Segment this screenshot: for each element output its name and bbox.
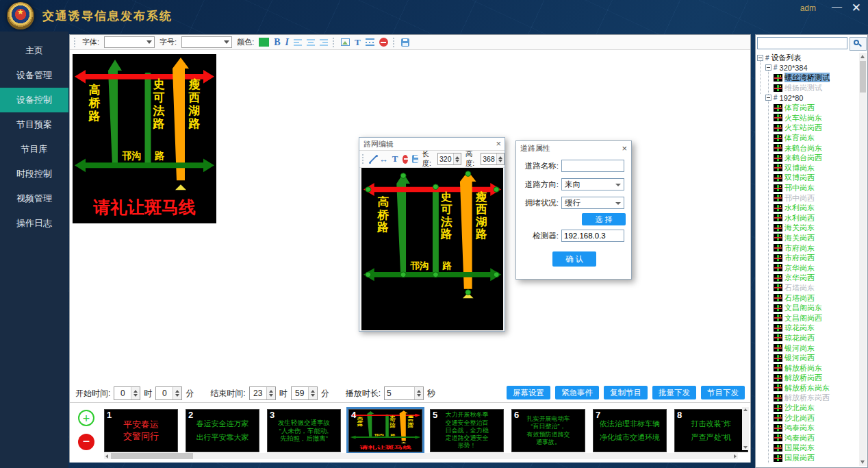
collapse-icon[interactable] [765, 95, 771, 101]
action-button-2[interactable]: 复制节目 [604, 386, 648, 399]
device-search-input[interactable] [757, 37, 847, 49]
add-program-button[interactable]: + [78, 410, 94, 426]
collapse-icon[interactable] [765, 64, 771, 71]
scroll-down-icon[interactable] [860, 460, 865, 464]
tree-device-1-1[interactable]: 火车站岗东 [757, 113, 858, 123]
road-handle[interactable] [366, 272, 371, 278]
tree-device-1-32[interactable]: 鸿泰岗东 [757, 423, 858, 433]
tree-device-1-33[interactable]: 鸿泰岗西 [757, 433, 858, 443]
tree-device-1-6[interactable]: 双博岗东 [757, 163, 858, 173]
stepper-arrows[interactable] [496, 153, 504, 164]
start-hour-stepper[interactable]: 0 [114, 386, 140, 400]
font-size-dropdown[interactable] [181, 36, 232, 48]
tree-device-1-30[interactable]: 沙北岗东 [757, 403, 858, 413]
close-icon[interactable]: × [496, 138, 501, 150]
align-center-icon[interactable] [307, 39, 315, 46]
scroll-up-icon[interactable] [860, 55, 865, 58]
stepper-arrows[interactable] [414, 387, 423, 399]
action-button-1[interactable]: 紧急事件 [555, 386, 599, 399]
scroll-right-icon[interactable] [734, 454, 737, 458]
tree-device-1-35[interactable]: 国展岗西 [757, 453, 858, 463]
tree-device-0-1[interactable]: 维扬岗测试 [757, 83, 858, 93]
delete-icon[interactable] [379, 38, 388, 47]
sidebar-item-3[interactable]: 节目预案 [0, 112, 68, 137]
sidebar-item-4[interactable]: 节目库 [0, 137, 68, 162]
action-button-4[interactable]: 节目下发 [701, 386, 745, 399]
sidebar-item-2[interactable]: 设备控制 [0, 88, 68, 112]
end-hour-stepper[interactable]: 23 [249, 386, 276, 400]
height-stepper[interactable]: 368 [481, 153, 505, 165]
detector-field[interactable] [561, 230, 624, 242]
close-icon[interactable]: ✕ [852, 1, 861, 15]
color-swatch[interactable] [259, 38, 269, 47]
stepper-arrows[interactable] [266, 387, 275, 399]
length-stepper[interactable]: 320 [437, 153, 461, 165]
stepper-arrows[interactable] [131, 387, 140, 399]
tree-device-1-5[interactable]: 来鹤台岗西 [757, 153, 858, 163]
road-handle[interactable] [433, 184, 438, 190]
tree-device-0-0[interactable]: 螺丝湾桥测试 [757, 73, 858, 83]
playlist-vertical-scrollbar[interactable] [742, 407, 749, 450]
road-handle[interactable] [400, 173, 406, 179]
scroll-down-icon[interactable] [743, 446, 748, 449]
tree-device-1-14[interactable]: 市府岗东 [757, 243, 858, 253]
bold-button[interactable]: B [274, 37, 280, 48]
road-direction-select[interactable]: 来向 [561, 178, 624, 190]
congestion-select[interactable]: 缓行 [561, 197, 624, 209]
duration-stepper[interactable]: 5 [384, 386, 424, 400]
save-icon[interactable] [401, 38, 409, 47]
tree-device-1-15[interactable]: 市府岗西 [757, 253, 858, 263]
sidebar-item-5[interactable]: 时段控制 [0, 162, 68, 186]
line-tool-icon[interactable] [369, 155, 375, 164]
tree-device-1-28[interactable]: 解放桥东岗东 [757, 383, 858, 393]
scrollbar-thumb[interactable] [111, 453, 193, 459]
sidebar-item-1[interactable]: 设备管理 [0, 63, 68, 88]
playlist-item-1[interactable]: 1平安春运交警同行 [104, 409, 178, 452]
tree-device-1-16[interactable]: 京华岗东 [757, 262, 858, 273]
road-name-field[interactable] [561, 160, 624, 172]
stepper-arrows[interactable] [308, 387, 317, 399]
minimize-icon[interactable]: — [832, 0, 842, 12]
tree-device-1-17[interactable]: 京华岗西 [757, 273, 858, 283]
tree-device-1-18[interactable]: 石塔岗东 [757, 283, 858, 293]
sign-preview-canvas[interactable]: 高桥路史可法路瘦西湖路邗沟路请礼让斑马线 [73, 54, 216, 223]
tree-device-1-3[interactable]: 体育岗东 [757, 133, 858, 143]
tree-device-1-22[interactable]: 琼花岗东 [757, 323, 858, 333]
playlist-item-2[interactable]: 2春运安全连万家出行平安靠大家 [186, 409, 259, 452]
tree-device-1-10[interactable]: 水利岗东 [757, 203, 858, 213]
tree-device-1-31[interactable]: 沙北岗西 [757, 412, 858, 423]
end-minute-stepper[interactable]: 59 [291, 386, 318, 400]
tree-device-1-27[interactable]: 解放桥岗西 [757, 373, 858, 383]
road-handle[interactable] [494, 187, 499, 193]
road-handle[interactable] [465, 171, 471, 177]
playlist-item-7[interactable]: 7依法治理非标车辆净化城市交通环境 [593, 409, 667, 452]
road-handle[interactable] [433, 272, 438, 278]
delete-icon[interactable] [403, 155, 409, 164]
sidebar-item-7[interactable]: 操作日志 [0, 211, 68, 236]
italic-button[interactable]: I [285, 37, 289, 48]
playlist-horizontal-scrollbar[interactable] [104, 453, 738, 459]
dialog-titlebar[interactable]: 道路属性 × [516, 141, 631, 155]
tree-device-1-34[interactable]: 国展岗东 [757, 443, 858, 453]
tree-device-1-9[interactable]: 邗中岗西 [757, 193, 858, 203]
tree-device-1-25[interactable]: 银河岗西 [757, 353, 858, 363]
road-handle[interactable] [494, 272, 499, 278]
playlist-item-3[interactable]: 3发生轻微交通事故“人未伤，车能动,先拍照，后撤离” [267, 409, 341, 452]
insert-image-icon[interactable] [341, 38, 350, 46]
road-handle[interactable] [465, 290, 471, 295]
tree-device-1-19[interactable]: 石塔岗西 [757, 293, 858, 303]
sidebar-item-6[interactable]: 视频管理 [0, 186, 68, 211]
sidebar-item-0[interactable]: 主页 [0, 38, 68, 63]
select-button[interactable]: 选 择 [582, 213, 626, 225]
playlist-item-6[interactable]: 6扎实开展电动车“百日整治”，有效预防道路交通事故。 [511, 409, 585, 452]
tree-device-1-4[interactable]: 来鹤台岗东 [757, 143, 858, 153]
text-tool-icon[interactable]: T [392, 153, 398, 164]
tree-device-1-20[interactable]: 文昌阁岗东 [757, 303, 858, 313]
close-icon[interactable]: × [622, 142, 627, 156]
double-arrow-tool-icon[interactable]: ↔ [379, 155, 388, 164]
confirm-button[interactable]: 确 认 [552, 251, 596, 267]
tree-root[interactable]: #设备列表 [757, 53, 858, 63]
tree-device-1-7[interactable]: 双博岗西 [757, 173, 858, 183]
save-icon[interactable] [412, 155, 418, 163]
remove-program-button[interactable]: − [78, 434, 94, 450]
